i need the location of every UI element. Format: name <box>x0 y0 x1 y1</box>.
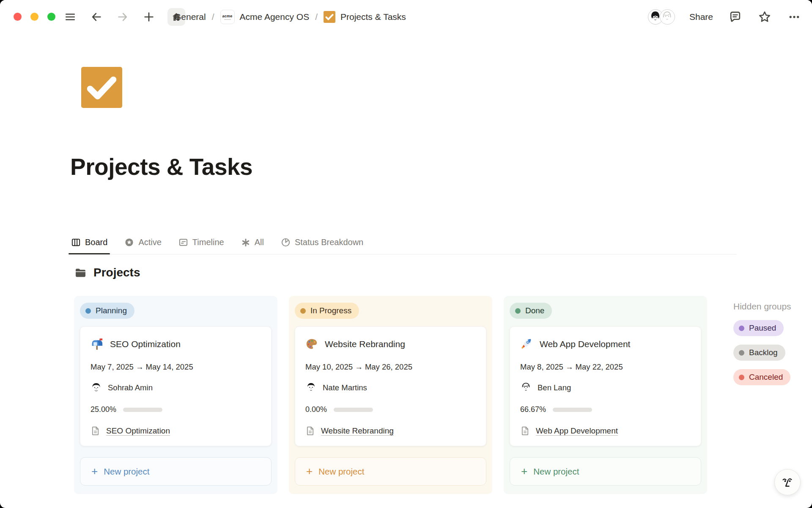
minimize-window-button[interactable] <box>30 13 38 21</box>
tab-timeline[interactable]: Timeline <box>178 231 224 254</box>
card-progress: 66.67% <box>520 405 691 414</box>
assignee-name: Ben Lang <box>538 383 571 392</box>
plus-icon: + <box>521 466 527 477</box>
sidebar-toggle-icon[interactable] <box>63 9 78 25</box>
forward-button[interactable] <box>115 9 130 25</box>
avatar <box>660 9 675 25</box>
page-icon-checkbox[interactable] <box>81 67 122 108</box>
assignee-avatar <box>520 382 532 393</box>
status-dot <box>739 375 744 380</box>
close-window-button[interactable] <box>14 13 22 21</box>
document-icon <box>520 426 530 436</box>
palette-emoji <box>305 338 318 351</box>
hidden-groups-label: Hidden groups <box>733 301 791 312</box>
status-badge-in-progress[interactable]: In Progress <box>295 303 359 319</box>
card-title: SEO Optimization <box>110 339 181 349</box>
assignee-avatar <box>91 382 102 393</box>
projects-section-header: Projects <box>74 266 140 279</box>
breadcrumb-current-page[interactable]: Projects & Tasks <box>324 11 406 23</box>
card-page-link-row: Website Rebranding <box>305 426 476 436</box>
new-project-button-done[interactable]: + New project <box>510 457 701 486</box>
folder-icon <box>74 267 87 279</box>
status-badge-done[interactable]: Done <box>510 303 552 319</box>
app-window: General / acme Acme Agency OS / Projects… <box>0 0 812 508</box>
collaborator-avatars[interactable] <box>648 9 675 25</box>
status-dot <box>515 308 521 314</box>
new-project-button-planning[interactable]: + New project <box>80 457 272 486</box>
project-card-website-rebranding[interactable]: Website Rebranding May 10, 2025 → May 26… <box>295 326 486 446</box>
timeline-icon <box>178 237 188 247</box>
progress-percent: 0.00% <box>305 405 327 414</box>
plus-icon: + <box>91 466 98 477</box>
column-done: Done Web App Development May 8, 2025 → M… <box>504 296 707 494</box>
new-tab-button[interactable] <box>141 9 156 25</box>
more-options-icon[interactable] <box>787 9 802 25</box>
breadcrumb-separator: / <box>212 12 214 22</box>
card-page-link[interactable]: SEO Optimization <box>106 426 170 436</box>
asterisk-icon <box>241 238 250 247</box>
status-dot <box>85 308 91 314</box>
pie-clock-icon <box>281 237 291 247</box>
window-titlebar: General / acme Acme Agency OS / Projects… <box>0 0 812 34</box>
card-page-link[interactable]: Web App Development <box>536 426 618 436</box>
breadcrumb: General / acme Acme Agency OS / Projects… <box>174 0 406 34</box>
star-circle-icon <box>124 237 134 247</box>
ai-face-icon <box>780 475 795 490</box>
card-page-link-row: Web App Development <box>520 426 691 436</box>
card-title: Web App Development <box>540 339 630 349</box>
document-icon <box>91 426 100 436</box>
hidden-group-backlog[interactable]: Backlog <box>733 345 785 361</box>
back-button[interactable] <box>89 9 104 25</box>
project-card-seo-optimization[interactable]: SEO Optimization May 7, 2025 → May 14, 2… <box>80 326 272 446</box>
tab-all[interactable]: All <box>241 231 264 254</box>
plus-icon: + <box>306 466 313 477</box>
card-date-range: May 8, 2025 → May 22, 2025 <box>520 362 691 372</box>
section-title: Projects <box>93 266 140 279</box>
kanban-board: Planning SEO Optimization May 7, 2025 → … <box>74 296 707 494</box>
tab-active[interactable]: Active <box>124 231 161 254</box>
status-dot <box>739 326 744 331</box>
new-project-button-in-progress[interactable]: + New project <box>295 457 486 486</box>
mailbox-emoji <box>91 338 103 351</box>
document-icon <box>305 426 315 436</box>
status-dot <box>739 350 744 356</box>
tab-board[interactable]: Board <box>71 231 107 254</box>
breadcrumb-workspace[interactable]: acme Acme Agency OS <box>220 10 310 24</box>
assignee-name: Sohrab Amin <box>108 383 153 392</box>
hidden-group-paused[interactable]: Paused <box>733 320 784 336</box>
favorite-star-icon[interactable] <box>757 9 772 25</box>
status-dot <box>300 308 306 314</box>
zoom-window-button[interactable] <box>47 13 55 21</box>
progress-percent: 25.00% <box>91 405 116 414</box>
card-date-range: May 10, 2025 → May 26, 2025 <box>305 362 476 372</box>
card-assignee: Sohrab Amin <box>91 382 261 393</box>
progress-bar <box>553 408 592 412</box>
card-assignee: Nate Martins <box>305 382 476 393</box>
card-title: Website Rebranding <box>325 339 405 349</box>
board-icon <box>71 237 81 247</box>
card-progress: 0.00% <box>305 405 476 414</box>
progress-bar <box>334 408 373 412</box>
progress-percent: 66.67% <box>520 405 546 414</box>
view-tabs: Board Active Timeline All Status Breakdo… <box>71 231 737 254</box>
notion-ai-face-button[interactable] <box>774 469 801 495</box>
card-progress: 25.00% <box>91 405 261 414</box>
column-planning: Planning SEO Optimization May 7, 2025 → … <box>74 296 277 494</box>
comments-icon[interactable] <box>727 9 743 25</box>
hidden-groups-panel: Hidden groups Paused Backlog Canceled <box>733 301 791 385</box>
page-title: Projects & Tasks <box>70 153 252 180</box>
share-button[interactable]: Share <box>689 12 713 22</box>
breadcrumb-separator: / <box>315 12 318 22</box>
card-page-link[interactable]: Website Rebranding <box>321 426 394 436</box>
project-card-web-app-development[interactable]: Web App Development May 8, 2025 → May 22… <box>510 326 701 446</box>
checkbox-icon <box>324 11 335 23</box>
hidden-group-canceled[interactable]: Canceled <box>733 369 790 385</box>
assignee-avatar <box>305 382 317 393</box>
tab-status-breakdown[interactable]: Status Breakdown <box>281 231 363 254</box>
breadcrumb-general[interactable]: General <box>174 12 206 22</box>
rocket-emoji <box>520 338 533 351</box>
traffic-lights <box>14 13 55 21</box>
card-page-link-row: SEO Optimization <box>91 426 261 436</box>
assignee-name: Nate Martins <box>323 383 367 392</box>
status-badge-planning[interactable]: Planning <box>80 303 134 319</box>
